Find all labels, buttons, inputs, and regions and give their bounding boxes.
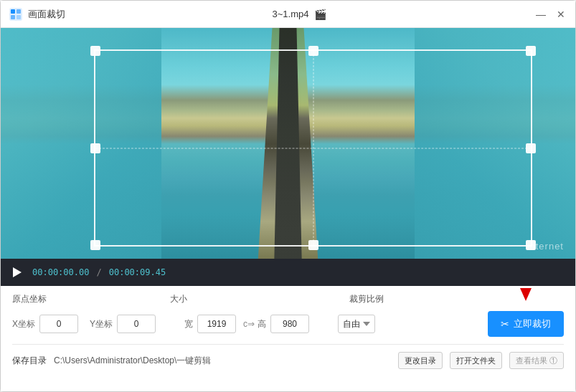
label-size: 大小 [170, 293, 349, 305]
width-group: 宽 [184, 315, 236, 333]
y-input[interactable] [117, 315, 156, 333]
x-label: X坐标 [12, 318, 35, 330]
svg-rect-1 [11, 9, 15, 14]
minimize-button[interactable]: — [534, 7, 548, 21]
app-logo [8, 6, 24, 22]
total-time: 00:00:09.45 [109, 267, 166, 277]
titlebar-center: 3~1.mp4 🎬 [65, 9, 534, 20]
crop-button-wrapper: ✂ 立即裁切 [488, 311, 564, 337]
svg-rect-4 [16, 15, 21, 19]
save-dir-label: 保存目录 [12, 355, 47, 367]
titlebar: 画面裁切 3~1.mp4 🎬 — ✕ [1, 1, 575, 28]
crop-now-button[interactable]: ✂ 立即裁切 [488, 311, 564, 337]
save-row: 保存目录 C:\Users\Administrator\Desktop\一键剪辑… [12, 352, 564, 369]
water-left [1, 28, 161, 286]
watermark: internet [527, 241, 564, 252]
change-dir-button[interactable]: 更改目录 [398, 352, 443, 369]
window-actions: — ✕ [534, 7, 568, 21]
video-area: internet 00:00:00.00 / 00:00:09.45 [1, 28, 575, 286]
input-fields-row: X坐标 Y坐标 宽 c⇒ 高 自由16:94:31:19:16 [12, 311, 564, 337]
current-time: 00:00:00.00 [32, 267, 89, 277]
view-result-button[interactable]: 查看结果 ① [509, 352, 564, 369]
width-label: 宽 [184, 318, 193, 330]
arrow-hint-icon [520, 288, 532, 301]
section-labels-row: 原点坐标 大小 裁剪比例 [12, 293, 564, 305]
width-input[interactable] [197, 315, 236, 333]
x-input[interactable] [39, 315, 78, 333]
file-icon: 🎬 [314, 9, 326, 20]
x-coord-group: X坐标 [12, 315, 78, 333]
play-icon [13, 267, 22, 277]
swap-icon: c⇒ [243, 319, 255, 329]
app-title: 画面裁切 [28, 8, 65, 21]
time-separator: / [96, 267, 101, 277]
y-coord-group: Y坐标 [90, 315, 156, 333]
save-path-text: C:\Users\Administrator\Desktop\一键剪辑 [54, 355, 391, 367]
label-origin: 原点坐标 [12, 293, 170, 305]
height-input[interactable] [270, 315, 309, 333]
ratio-select[interactable]: 自由16:94:31:19:16 [338, 315, 375, 333]
separator [12, 344, 564, 345]
controls-area: 原点坐标 大小 裁剪比例 X坐标 Y坐标 宽 c⇒ 高 [1, 286, 575, 391]
playback-bar: 00:00:00.00 / 00:00:09.45 [1, 259, 575, 286]
scissors-icon: ✂ [501, 318, 509, 330]
crop-button-label: 立即裁切 [514, 317, 551, 330]
label-ratio: 裁剪比例 [349, 293, 384, 305]
filename: 3~1.mp4 [273, 9, 309, 19]
open-folder-button[interactable]: 打开文件夹 [450, 352, 502, 369]
ratio-group: 自由16:94:31:19:16 [338, 315, 375, 333]
video-content: internet [1, 28, 575, 286]
app-window: 画面裁切 3~1.mp4 🎬 — ✕ internet [0, 0, 576, 392]
svg-rect-3 [11, 15, 15, 19]
y-label: Y坐标 [90, 318, 113, 330]
svg-rect-2 [16, 9, 21, 14]
play-button[interactable] [9, 264, 25, 280]
height-group: 高 [258, 315, 309, 333]
close-button[interactable]: ✕ [554, 7, 568, 21]
height-label: 高 [258, 318, 266, 330]
